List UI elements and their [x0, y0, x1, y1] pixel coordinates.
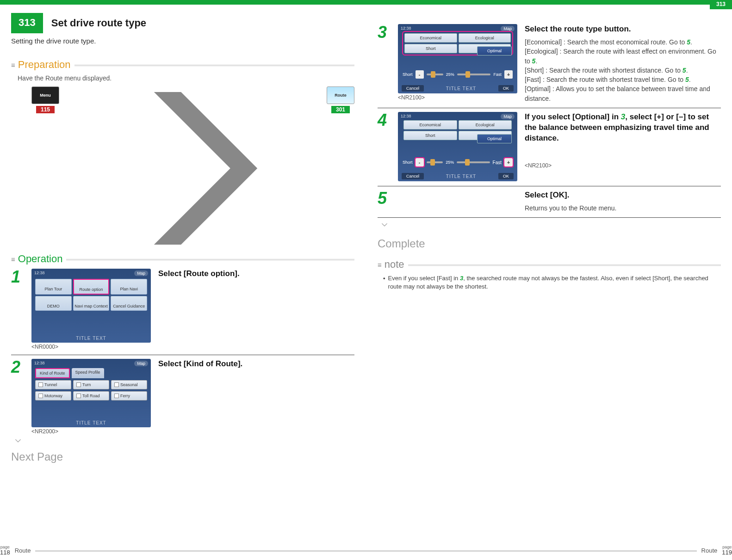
- scr-minus-button: -: [416, 70, 424, 79]
- scr-rtab-economical: Economical: [404, 33, 457, 43]
- divider-line: [408, 265, 721, 265]
- scr-tab-speed-profile: Speed Profile: [72, 368, 104, 378]
- screenshot-route-option: 12:38 Map Plan Tour Route option Plan Na…: [31, 269, 151, 343]
- right-column: 3 12:38 Map Economical Ecological Short …: [378, 37, 721, 463]
- scr-title-text: TITLE TEXT: [446, 174, 476, 179]
- step-number: 4: [378, 112, 391, 181]
- scr-time: 12:38: [34, 271, 45, 275]
- header-number-badge: 313: [11, 13, 43, 33]
- chevron-down-icon: [15, 438, 21, 443]
- scr-slider-track: [427, 74, 443, 75]
- scr-chk-tunnel: Tunnel: [35, 380, 71, 389]
- scr-slider-percent: 25%: [446, 72, 454, 77]
- scr-btn-cancel-guidance: Cancel Guidance: [111, 296, 147, 311]
- step-1: 1 12:38 Map Plan Tour Route option Plan …: [11, 269, 354, 350]
- scr-slider-right-label: Fast: [493, 160, 502, 165]
- scr-title-text: TITLE TEXT: [446, 86, 476, 91]
- thumb-menu-image: Menu: [31, 86, 59, 104]
- scr-plus-button: +: [504, 158, 513, 166]
- scr-map-badge: Map: [134, 361, 148, 366]
- scr-ok-button: OK: [498, 85, 514, 92]
- footer-page-word-right: page119: [722, 545, 732, 555]
- screenshot-kind-of-route: 12:38 Map Kind of Route Speed Profile Tu…: [31, 359, 151, 427]
- scr-rtab-short: Short: [404, 44, 457, 53]
- thumb-menu: Menu 115: [31, 86, 59, 113]
- next-page-label: Next Page: [11, 450, 354, 463]
- step-3-media: 12:38 Map Economical Ecological Short Fa…: [398, 24, 517, 103]
- hamburger-icon: ≡: [11, 61, 14, 69]
- scr-rtab-ecological: Ecological: [459, 120, 512, 129]
- scr-rtab-economical: Economical: [403, 120, 457, 129]
- section-header-note: ≡ note: [378, 258, 721, 271]
- step-divider: [378, 108, 721, 108]
- scr-minus-button: -: [416, 158, 424, 166]
- complete-label: Complete: [378, 237, 721, 250]
- scr-slider-track: [457, 161, 490, 163]
- scr-title-text: TITLE TEXT: [76, 420, 106, 425]
- section-label-operation: Operation: [18, 253, 63, 265]
- step-3-line-optimal: [Optimal] : Allows you to set the balanc…: [525, 84, 721, 103]
- page-header: 313 Set drive route type: [11, 13, 146, 33]
- scr-tab-kind-of-route: Kind of Route: [35, 368, 70, 378]
- scr-rtab-short: Short: [403, 131, 457, 140]
- screenshot-ref: <NR0000>: [31, 344, 151, 350]
- screenshot-balance-slider: 12:38 Map Economical Ecological Short Fa…: [398, 112, 517, 181]
- scr-slider-right-label: Fast: [493, 72, 502, 77]
- scr-title-text: TITLE TEXT: [76, 336, 106, 341]
- scr-rtab-optimal: Optimal: [477, 134, 512, 143]
- thumb-route-ref: 301: [331, 106, 350, 113]
- thumb-route: Route 301: [327, 86, 354, 113]
- step-divider: [11, 355, 354, 355]
- footer-divider-line: [35, 550, 696, 551]
- step-2-media: 12:38 Map Kind of Route Speed Profile Tu…: [31, 359, 151, 435]
- step-5-desc: Returns you to the Route menu.: [525, 203, 721, 213]
- step-divider: [378, 217, 721, 218]
- scr-slider-percent: 25%: [446, 160, 454, 165]
- scr-time: 12:38: [401, 26, 411, 31]
- step-1-media: 12:38 Map Plan Tour Route option Plan Na…: [31, 269, 151, 350]
- scr-ok-button: OK: [498, 173, 514, 179]
- step-3-line-economical: [Economical] : Search the most economica…: [525, 37, 721, 47]
- divider-line: [66, 259, 354, 259]
- scr-cancel-button: Cancel: [402, 85, 424, 92]
- scr-cancel-button: Cancel: [402, 173, 424, 179]
- hamburger-icon: ≡: [11, 255, 14, 263]
- page-footer: page118 Route Route page119: [0, 545, 732, 555]
- scr-chk-turn: Turn: [73, 380, 109, 389]
- scr-slider-left-label: Short: [403, 72, 413, 77]
- scr-time: 12:38: [401, 114, 411, 118]
- page-title: Set drive route type: [51, 17, 146, 29]
- step-3-heading: Select the route type button.: [525, 24, 721, 35]
- scr-time: 12:38: [34, 361, 45, 365]
- scr-slider-left-label: Short: [403, 160, 413, 165]
- scr-rtab-optimal: Optimal: [477, 46, 512, 55]
- step-3-line-ecological: [Ecological] : Search the route with lea…: [525, 47, 721, 66]
- step-1-heading: Select [Route option].: [158, 269, 354, 279]
- scr-btn-demo: DEMO: [35, 296, 72, 311]
- preparation-thumbnails: Menu 115 Route 301: [31, 86, 354, 245]
- step-3-line-fast: [Fast] : Search the route with shortest …: [525, 75, 721, 84]
- step-4-media: 12:38 Map Economical Ecological Short Fa…: [398, 112, 517, 181]
- step-4-heading: If you select [Optional] in 3, select [+…: [525, 112, 721, 144]
- scr-btn-plan-navi: Plan Navi: [111, 279, 147, 295]
- scr-plus-button: +: [504, 70, 513, 79]
- scr-map-badge: Map: [501, 26, 515, 31]
- scr-chk-motorway: Motorway: [35, 391, 71, 400]
- scr-map-badge: Map: [501, 114, 515, 119]
- scr-chk-seasonal: Seasonal: [111, 380, 147, 389]
- divider-line: [74, 65, 354, 65]
- step-3-line-short: [Short] : Search the route with shortest…: [525, 66, 721, 75]
- scr-rtab-ecological: Ecological: [459, 33, 511, 43]
- section-label-note: note: [385, 258, 404, 271]
- scr-btn-route-option: Route option: [73, 279, 110, 295]
- screenshot-ref: <NR2100>: [525, 162, 721, 169]
- section-header-operation: ≡ Operation: [11, 253, 354, 265]
- scr-slider-track: [427, 161, 443, 163]
- note-text: • Even if you select [Fast] in 3, the se…: [383, 274, 721, 291]
- hamburger-icon: ≡: [378, 261, 381, 269]
- step-number: 5: [378, 190, 391, 213]
- thumb-menu-ref: 115: [36, 106, 55, 113]
- page-subtitle: Setting the drive route type.: [11, 37, 354, 45]
- preparation-text: Have the Route menu displayed.: [18, 74, 354, 82]
- footer-section-left: Route: [15, 547, 31, 554]
